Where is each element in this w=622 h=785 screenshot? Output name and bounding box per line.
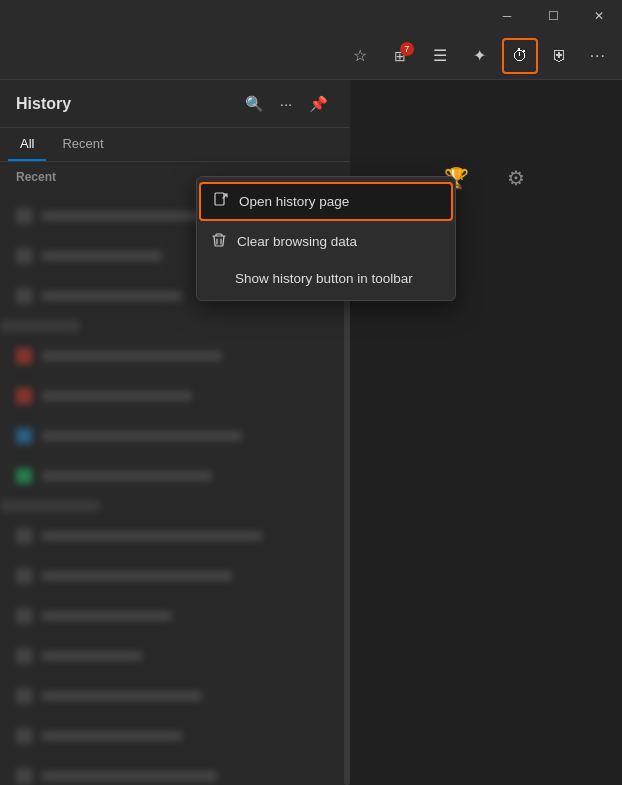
trash-icon [211, 232, 227, 251]
history-tabs: All Recent [0, 128, 350, 162]
settings-icon[interactable]: ⚙ [498, 160, 534, 196]
open-history-label: Open history page [239, 194, 349, 209]
toolbar: ☆ ⊞ 7 ☰ ✦ ⏱ ⛨ ··· [0, 32, 622, 80]
reading-list-icon[interactable]: ☰ [422, 38, 458, 74]
show-button-label: Show history button in toolbar [235, 271, 413, 286]
minimize-button[interactable]: ─ [484, 0, 530, 32]
close-button[interactable]: ✕ [576, 0, 622, 32]
more-button[interactable]: ··· [582, 43, 614, 69]
history-panel: History 🔍 ··· 📌 All Recent Recent [0, 80, 350, 785]
favorites-icon[interactable]: ☆ [342, 38, 378, 74]
menu-item-open-history[interactable]: Open history page [199, 182, 453, 221]
tab-all[interactable]: All [8, 128, 46, 161]
svg-rect-0 [215, 193, 224, 205]
history-header: History 🔍 ··· 📌 [0, 80, 350, 128]
context-menu: Open history page Clear browsing data Sh… [196, 176, 456, 301]
menu-item-clear-browsing[interactable]: Clear browsing data [197, 222, 455, 261]
title-bar: ─ ☐ ✕ [0, 0, 622, 32]
title-bar-controls: ─ ☐ ✕ [484, 0, 622, 32]
collections-icon[interactable]: ⊞ 7 [382, 38, 418, 74]
main-area: History 🔍 ··· 📌 All Recent Recent [0, 80, 622, 785]
favorites-star-icon[interactable]: ✦ [462, 38, 498, 74]
history-title: History [16, 95, 238, 113]
maximize-button[interactable]: ☐ [530, 0, 576, 32]
history-icon[interactable]: ⏱ [502, 38, 538, 74]
clear-browsing-label: Clear browsing data [237, 234, 357, 249]
search-icon[interactable]: 🔍 [238, 88, 270, 120]
tab-recent[interactable]: Recent [50, 128, 115, 161]
menu-item-show-button[interactable]: Show history button in toolbar [197, 261, 455, 296]
shield-icon[interactable]: ⛨ [542, 38, 578, 74]
pin-icon[interactable]: 📌 [302, 88, 334, 120]
more-icon[interactable]: ··· [270, 88, 302, 120]
collections-badge: 7 [400, 42, 414, 56]
open-history-icon [213, 192, 229, 211]
